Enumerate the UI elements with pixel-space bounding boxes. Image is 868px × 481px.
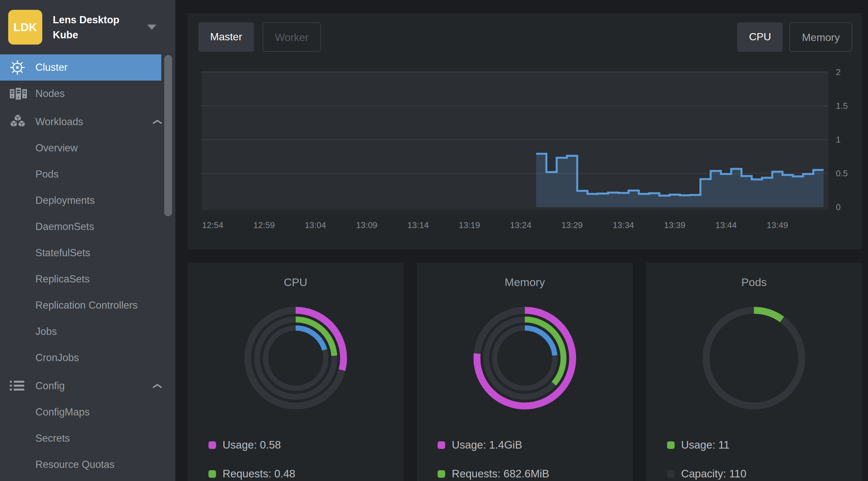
cpu-card: CPUUsage: 0.58Requests: 0.48 [187, 263, 404, 481]
legend-item: Usage: 0.58 [209, 430, 296, 459]
y-axis-tick: 2 [836, 67, 840, 77]
legend-item: Requests: 0.48 [209, 459, 296, 481]
cluster-title: Lens Desktop Kube [53, 12, 135, 42]
card-title: Pods [646, 276, 862, 289]
sidebar-item-label: Config [35, 379, 65, 393]
sidebar-item-nodes[interactable]: Nodes [0, 81, 175, 107]
sidebar-item-resource-quotas[interactable]: Resource Quotas [0, 451, 175, 478]
sidebar-item-daemonsets[interactable]: DaemonSets [0, 214, 175, 240]
sidebar-item-label: CronJobs [35, 351, 79, 365]
sidebar-item-label: Workloads [35, 115, 83, 129]
sidebar-item-label: StatefulSets [35, 246, 90, 260]
sidebar-item-deployments[interactable]: Deployments [0, 187, 175, 214]
sidebar-nav: ClusterNodesWorkloadsOverviewPodsDeploym… [0, 54, 175, 478]
sidebar-item-label: Secrets [35, 431, 70, 445]
legend-label: Usage: 0.58 [223, 439, 281, 451]
legend-item: Usage: 1.4GiB [438, 430, 549, 459]
card-title: Memory [416, 276, 633, 289]
sidebar-item-pods[interactable]: Pods [0, 161, 175, 187]
cluster-logo: LDK [8, 10, 42, 44]
x-axis-tick: 13:44 [715, 220, 737, 230]
main-content: MasterWorker CPUMemory 12:5412:5913:0413… [175, 0, 868, 481]
cpu-usage-chart [187, 13, 862, 249]
legend-swatch [438, 470, 445, 478]
legend-label: Requests: 682.6MiB [452, 468, 549, 480]
legend-label: Usage: 1.4GiB [452, 439, 522, 451]
legend-swatch [209, 441, 216, 449]
sidebar-item-workloads[interactable]: Workloads [0, 109, 175, 135]
sidebar-item-jobs[interactable]: Jobs [0, 319, 175, 345]
x-axis-tick: 13:29 [561, 220, 583, 230]
x-axis-tick: 13:09 [356, 220, 377, 230]
sidebar-item-replication-controllers[interactable]: Replication Controllers [0, 292, 175, 319]
nodes-icon [9, 86, 28, 101]
card-legend: Usage: 1.4GiBRequests: 682.6MiB [438, 430, 549, 481]
x-axis-tick: 13:14 [407, 220, 429, 230]
sidebar-item-configmaps[interactable]: ConfigMaps [0, 399, 175, 425]
sidebar: LDK Lens Desktop Kube ClusterNodesWorklo… [0, 0, 175, 481]
sidebar-item-config[interactable]: Config [0, 373, 175, 399]
cluster-switcher[interactable]: LDK Lens Desktop Kube [0, 0, 175, 53]
x-axis-tick: 13:24 [510, 220, 531, 230]
chevron-up-icon[interactable] [152, 383, 162, 389]
x-axis-tick: 12:54 [202, 220, 223, 230]
sidebar-item-label: Pods [35, 167, 59, 181]
legend-item: Requests: 682.6MiB [438, 459, 549, 481]
x-axis-tick: 13:39 [664, 220, 685, 230]
sidebar-item-cronjobs[interactable]: CronJobs [0, 345, 175, 371]
ring-track [706, 310, 802, 406]
sidebar-item-label: DaemonSets [35, 220, 94, 234]
workloads-icon [9, 114, 26, 130]
card-legend: Usage: 11Capacity: 110 [667, 430, 746, 481]
pods-donut [702, 306, 806, 411]
legend-swatch [209, 470, 216, 478]
legend-label: Requests: 0.48 [223, 468, 296, 480]
pods-card: PodsUsage: 11Capacity: 110 [646, 263, 862, 481]
y-axis-tick: 1 [836, 135, 840, 145]
sidebar-scrollbar-thumb[interactable] [164, 55, 172, 216]
legend-item: Usage: 11 [667, 430, 746, 459]
card-title: CPU [187, 276, 404, 289]
chevron-down-icon[interactable] [147, 25, 156, 30]
memory-card: MemoryUsage: 1.4GiBRequests: 682.6MiB [416, 263, 633, 481]
y-axis-tick: 0.5 [836, 168, 848, 179]
memory-donut [472, 306, 577, 411]
sidebar-item-cluster[interactable]: Cluster [0, 54, 161, 81]
sidebar-item-label: Nodes [35, 87, 65, 101]
sidebar-item-statefulsets[interactable]: StatefulSets [0, 240, 175, 266]
legend-swatch [667, 470, 675, 478]
y-axis-tick: 0 [836, 202, 840, 212]
x-axis-tick: 12:59 [253, 220, 275, 230]
legend-swatch [667, 441, 675, 449]
x-axis-tick: 13:49 [767, 220, 788, 230]
sidebar-item-label: Jobs [35, 325, 57, 339]
legend-label: Capacity: 110 [681, 468, 746, 480]
sidebar-item-label: Deployments [35, 194, 95, 207]
x-axis-tick: 13:04 [305, 220, 326, 230]
sidebar-item-label: Resource Quotas [35, 458, 115, 472]
legend-swatch [438, 441, 445, 449]
y-axis-tick: 1.5 [836, 101, 848, 111]
legend-label: Usage: 11 [681, 439, 730, 451]
cpu-donut [243, 306, 348, 411]
legend-item: Capacity: 110 [667, 459, 746, 481]
x-axis-tick: 13:19 [459, 220, 480, 230]
sidebar-item-label: Replication Controllers [35, 298, 138, 312]
card-legend: Usage: 0.58Requests: 0.48 [209, 430, 296, 481]
sidebar-item-label: ReplicaSets [35, 272, 90, 286]
resource-cards-row: CPUUsage: 0.58Requests: 0.48MemoryUsage:… [187, 263, 862, 481]
sidebar-item-label: Overview [35, 141, 78, 155]
config-icon [9, 379, 25, 392]
chevron-up-icon[interactable] [152, 119, 162, 125]
sidebar-item-overview[interactable]: Overview [0, 135, 175, 161]
metrics-chart-panel: MasterWorker CPUMemory 12:5412:5913:0413… [187, 13, 862, 249]
kubernetes-icon [9, 59, 26, 76]
x-axis-tick: 13:34 [613, 220, 634, 230]
sidebar-item-label: ConfigMaps [35, 405, 90, 419]
sidebar-item-secrets[interactable]: Secrets [0, 425, 175, 451]
sidebar-item-label: Cluster [35, 61, 67, 74]
sidebar-item-replicasets[interactable]: ReplicaSets [0, 266, 175, 292]
